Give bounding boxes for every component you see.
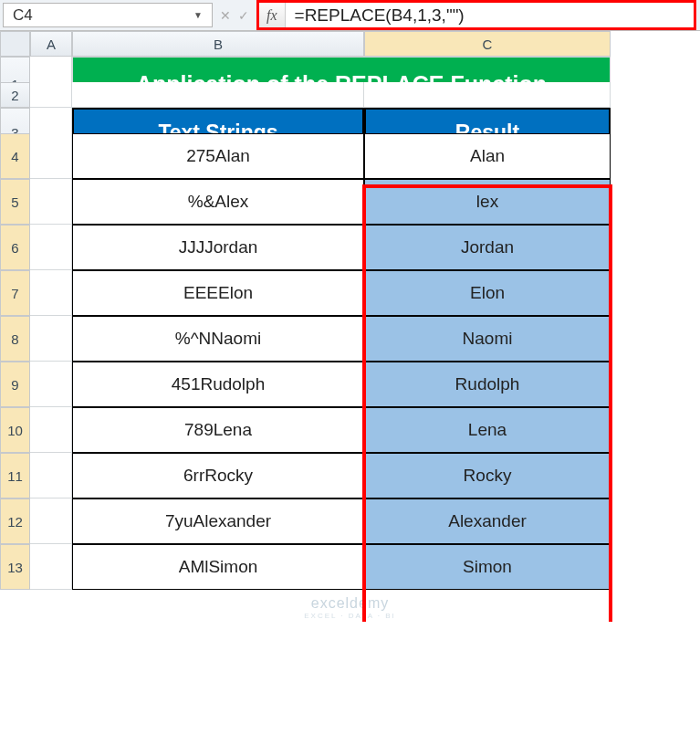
cell-a10[interactable] xyxy=(30,407,72,453)
row-header-12[interactable]: 12 xyxy=(0,498,30,544)
col-header-c[interactable]: C xyxy=(364,31,611,57)
row-header-2[interactable]: 2 xyxy=(0,82,30,108)
col-header-b[interactable]: B xyxy=(72,31,364,57)
name-box-dropdown-icon[interactable]: ▼ xyxy=(193,10,203,20)
formula-bar: C4 ▼ ✕ ✓ fx =REPLACE(B4,1,3,"") xyxy=(0,0,700,31)
cell-c8[interactable]: Naomi xyxy=(364,316,611,362)
cell-b9[interactable]: 451Rudolph xyxy=(72,362,364,407)
spreadsheet-grid[interactable]: A B C 1 Application of the REPLACE Funct… xyxy=(0,31,700,133)
fx-icon[interactable]: fx xyxy=(259,3,286,27)
row-header-13[interactable]: 13 xyxy=(0,544,30,590)
name-box[interactable]: C4 ▼ xyxy=(3,3,213,27)
row-header-8[interactable]: 8 xyxy=(0,316,30,362)
row-header-6[interactable]: 6 xyxy=(0,225,30,270)
cell-b12[interactable]: 7yuAlexander xyxy=(72,498,364,544)
cell-a5[interactable] xyxy=(30,179,72,225)
col-header-a[interactable]: A xyxy=(30,31,72,57)
cell-c9[interactable]: Rudolph xyxy=(364,362,611,407)
cancel-icon[interactable]: ✕ xyxy=(220,8,231,23)
cell-b5[interactable]: %&Alex xyxy=(72,179,364,225)
cell-a7[interactable] xyxy=(30,270,72,316)
name-box-value: C4 xyxy=(13,6,33,25)
cell-c5[interactable]: lex xyxy=(364,179,611,225)
cell-c7[interactable]: Elon xyxy=(364,270,611,316)
row-header-10[interactable]: 10 xyxy=(0,407,30,453)
cell-b11[interactable]: 6rrRocky xyxy=(72,453,364,498)
watermark-tag: EXCEL · DATA · BI xyxy=(0,612,700,620)
cell-c6[interactable]: Jordan xyxy=(364,225,611,270)
cell-a4[interactable] xyxy=(30,133,72,179)
formula-bar-buttons: ✕ ✓ xyxy=(213,0,256,30)
cell-c13[interactable]: Simon xyxy=(364,544,611,590)
cell-c11[interactable]: Rocky xyxy=(364,453,611,498)
cell-c2[interactable] xyxy=(364,82,611,108)
cell-a6[interactable] xyxy=(30,225,72,270)
cell-b4[interactable]: 275Alan xyxy=(72,133,364,179)
cell-b2[interactable] xyxy=(72,82,364,108)
data-rows-container: 4275AlanAlan5%&Alexlex6JJJJordanJordan7E… xyxy=(0,133,700,590)
cell-b10[interactable]: 789Lena xyxy=(72,407,364,453)
cell-b6[interactable]: JJJJordan xyxy=(72,225,364,270)
cell-a13[interactable] xyxy=(30,544,72,590)
formula-input[interactable]: =REPLACE(B4,1,3,"") xyxy=(286,5,694,26)
row-header-7[interactable]: 7 xyxy=(0,270,30,316)
formula-input-highlight: fx =REPLACE(B4,1,3,"") xyxy=(256,0,696,30)
row-header-11[interactable]: 11 xyxy=(0,453,30,498)
cell-c4[interactable]: Alan xyxy=(364,133,611,179)
cell-a9[interactable] xyxy=(30,362,72,407)
cell-b8[interactable]: %^NNaomi xyxy=(72,316,364,362)
row-header-4[interactable]: 4 xyxy=(0,133,30,179)
cell-c12[interactable]: Alexander xyxy=(364,498,611,544)
row-header-5[interactable]: 5 xyxy=(0,179,30,225)
cell-a2[interactable] xyxy=(30,82,72,108)
enter-icon[interactable]: ✓ xyxy=(238,8,249,23)
cell-a12[interactable] xyxy=(30,498,72,544)
watermark-brand: exceldemy xyxy=(311,595,389,611)
row-header-9[interactable]: 9 xyxy=(0,362,30,407)
select-all-corner[interactable] xyxy=(0,31,30,57)
cell-b13[interactable]: AMlSimon xyxy=(72,544,364,590)
watermark: exceldemy EXCEL · DATA · BI xyxy=(0,590,700,622)
cell-b7[interactable]: EEEElon xyxy=(72,270,364,316)
cell-c10[interactable]: Lena xyxy=(364,407,611,453)
cell-a8[interactable] xyxy=(30,316,72,362)
cell-a11[interactable] xyxy=(30,453,72,498)
sheet-wrap: A B C 1 Application of the REPLACE Funct… xyxy=(0,31,700,590)
